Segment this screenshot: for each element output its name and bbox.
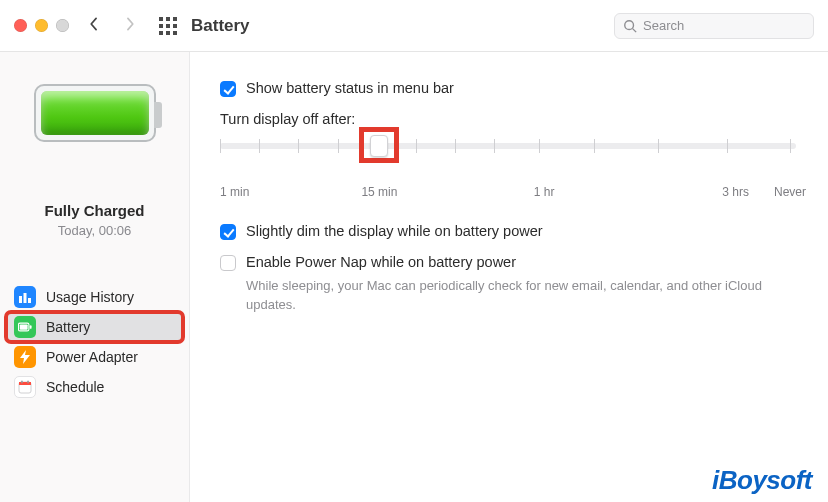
sidebar-item-battery[interactable]: Battery <box>6 312 183 342</box>
bar-chart-icon <box>14 286 36 308</box>
close-window-button[interactable] <box>14 19 27 32</box>
dim-display-checkbox[interactable] <box>220 224 236 240</box>
dim-display-label: Slightly dim the display while on batter… <box>246 223 543 239</box>
battery-status: Fully Charged Today, 00:06 <box>44 202 144 238</box>
sidebar-items: Usage History Battery Power Adapter Sche… <box>0 282 189 402</box>
svg-rect-20 <box>21 381 23 384</box>
caption-15min: 15 min <box>361 185 397 199</box>
svg-line-10 <box>633 28 637 32</box>
svg-rect-5 <box>173 24 177 28</box>
svg-rect-7 <box>166 31 170 35</box>
show-status-checkbox[interactable] <box>220 81 236 97</box>
svg-rect-6 <box>159 31 163 35</box>
minimize-window-button[interactable] <box>35 19 48 32</box>
svg-rect-8 <box>173 31 177 35</box>
show-status-row: Show battery status in menu bar <box>220 80 806 97</box>
battery-graphic <box>34 84 156 142</box>
battery-status-title: Fully Charged <box>44 202 144 219</box>
battery-icon <box>14 316 36 338</box>
nav-buttons <box>87 17 137 35</box>
power-nap-help: While sleeping, your Mac can periodicall… <box>246 277 786 315</box>
svg-rect-21 <box>27 381 29 384</box>
forward-button[interactable] <box>123 17 137 31</box>
svg-point-9 <box>625 20 634 29</box>
svg-rect-4 <box>166 24 170 28</box>
sidebar-item-usage-history[interactable]: Usage History <box>6 282 183 312</box>
svg-rect-1 <box>166 17 170 21</box>
sidebar-item-label: Schedule <box>46 379 104 395</box>
svg-rect-12 <box>24 293 27 303</box>
sidebar: Fully Charged Today, 00:06 Usage History… <box>0 52 190 502</box>
sidebar-item-label: Battery <box>46 319 90 335</box>
caption-3hrs: 3 hrs <box>722 185 749 199</box>
svg-rect-11 <box>19 296 22 303</box>
svg-rect-13 <box>28 298 31 303</box>
sidebar-item-label: Power Adapter <box>46 349 138 365</box>
svg-marker-17 <box>20 350 30 364</box>
sidebar-item-power-adapter[interactable]: Power Adapter <box>6 342 183 372</box>
slider-captions: 1 min 15 min 1 hr 3 hrs Never <box>220 185 806 203</box>
slider-label: Turn display off after: <box>220 111 806 127</box>
dim-display-row: Slightly dim the display while on batter… <box>220 223 806 240</box>
toolbar: Battery <box>0 0 828 52</box>
search-field[interactable] <box>614 13 814 39</box>
window-controls <box>14 19 69 32</box>
zoom-window-button[interactable] <box>56 19 69 32</box>
search-input[interactable] <box>643 18 805 33</box>
battery-status-time: Today, 00:06 <box>44 223 144 238</box>
caption-1min: 1 min <box>220 185 249 199</box>
svg-rect-0 <box>159 17 163 21</box>
caption-never: Never <box>774 185 806 199</box>
caption-1hr: 1 hr <box>534 185 555 199</box>
content-pane: Show battery status in menu bar Turn dis… <box>190 52 828 502</box>
svg-rect-16 <box>30 325 32 329</box>
svg-rect-2 <box>173 17 177 21</box>
slider-ticks <box>220 139 796 153</box>
show-all-prefs-button[interactable] <box>159 17 177 35</box>
svg-rect-15 <box>20 324 28 329</box>
sidebar-item-label: Usage History <box>46 289 134 305</box>
svg-rect-19 <box>19 382 31 385</box>
back-button[interactable] <box>87 17 101 35</box>
search-icon <box>623 19 637 33</box>
power-nap-row: Enable Power Nap while on battery power <box>220 254 806 271</box>
power-nap-checkbox[interactable] <box>220 255 236 271</box>
sidebar-item-schedule[interactable]: Schedule <box>6 372 183 402</box>
bolt-icon <box>14 346 36 368</box>
power-nap-label: Enable Power Nap while on battery power <box>246 254 516 270</box>
svg-rect-3 <box>159 24 163 28</box>
slider-thumb[interactable] <box>370 135 388 157</box>
page-title: Battery <box>191 16 250 36</box>
show-status-label: Show battery status in menu bar <box>246 80 454 96</box>
display-off-slider[interactable] <box>220 135 806 179</box>
watermark: iBoysoft <box>712 465 812 496</box>
calendar-icon <box>14 376 36 398</box>
